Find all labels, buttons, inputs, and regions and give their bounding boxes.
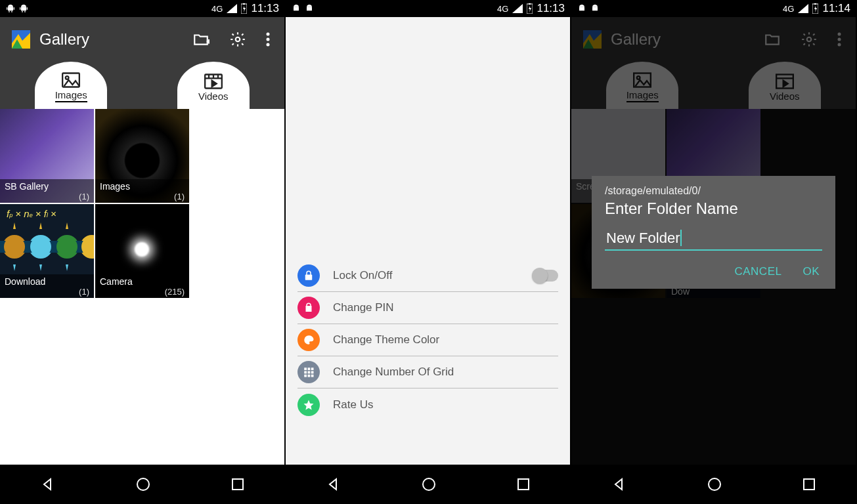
svg-rect-1 [7, 7, 7, 10]
setting-label: Lock On/Off [333, 269, 392, 282]
nav-bar [0, 465, 284, 504]
new-folder-button[interactable] [192, 31, 209, 48]
app-logo-icon [12, 30, 30, 49]
svg-rect-54 [592, 7, 598, 10]
svg-rect-53 [579, 7, 584, 10]
phone-1: 4G 11:13 Gallery Images Videos SB Galler… [0, 0, 286, 504]
status-time: 11:13 [251, 2, 279, 15]
svg-rect-52 [518, 479, 529, 490]
phone-3: 4G 11:14 Gallery Images Videos [571, 0, 857, 504]
status-bar: 4G 11:13 [0, 0, 284, 17]
status-time: 11:14 [822, 2, 850, 15]
setting-rate-us[interactable]: Rate Us [297, 388, 558, 421]
setting-theme-color[interactable]: Change Theme Color [297, 324, 558, 356]
svg-rect-37 [232, 479, 243, 490]
grid-icon [297, 361, 320, 383]
svg-text:fp ×    ne ×   fl  ×: fp × ne × fl × [7, 208, 56, 219]
svg-point-15 [236, 37, 240, 42]
battery-icon [812, 3, 818, 14]
cancel-button[interactable]: CANCEL [734, 265, 781, 278]
folder-name: SB Gallery [5, 181, 49, 192]
tab-images-label: Images [55, 89, 87, 102]
lock-icon [297, 264, 320, 287]
tab-images[interactable]: Images [35, 62, 107, 109]
nav-back-button[interactable] [326, 476, 341, 492]
svg-rect-48 [304, 375, 307, 377]
folder-name: Camera [100, 276, 133, 287]
svg-rect-0 [8, 7, 13, 10]
tab-videos[interactable]: Videos [177, 62, 250, 109]
folder-item[interactable]: fp × ne × fl × Download(1) [0, 204, 94, 298]
svg-rect-6 [20, 7, 20, 10]
setting-label: Change Theme Color [333, 333, 439, 346]
palette-icon [297, 329, 320, 351]
status-bar: 4G 11:14 [571, 0, 856, 17]
ok-button[interactable]: OK [802, 265, 820, 278]
folder-count: (1) [5, 192, 89, 202]
android-icon [590, 3, 600, 14]
folder-item[interactable]: SB Gallery(1) [0, 109, 94, 203]
svg-point-20 [66, 76, 69, 79]
svg-rect-2 [14, 7, 14, 10]
svg-rect-4 [11, 10, 12, 12]
nav-recents-button[interactable] [516, 477, 531, 492]
svg-point-51 [423, 478, 435, 490]
signal-icon [798, 4, 808, 13]
network-label: 4G [497, 4, 508, 14]
setting-change-pin[interactable]: Change PIN [297, 292, 558, 324]
svg-point-36 [137, 478, 149, 490]
lock-switch[interactable] [533, 270, 558, 282]
svg-rect-43 [308, 368, 311, 370]
svg-rect-41 [529, 3, 531, 5]
folder-item[interactable]: Images(1) [95, 109, 189, 203]
android-icon [18, 3, 29, 14]
nav-home-button[interactable] [135, 476, 151, 492]
app-title: Gallery [39, 30, 89, 49]
folder-count: (215) [100, 287, 185, 297]
svg-rect-44 [311, 368, 314, 370]
folder-count: (1) [5, 287, 89, 297]
svg-rect-9 [24, 10, 25, 12]
svg-rect-38 [294, 7, 299, 10]
svg-rect-5 [21, 7, 26, 10]
setting-grid-number[interactable]: Change Number Of Grid [297, 356, 558, 388]
android-icon [291, 3, 301, 14]
star-icon [297, 394, 320, 416]
svg-point-16 [267, 33, 270, 36]
status-bar: 4G 11:13 [286, 0, 570, 17]
nav-back-button[interactable] [40, 476, 56, 492]
signal-icon [227, 4, 237, 13]
folder-count: (1) [100, 192, 185, 202]
svg-rect-47 [311, 371, 314, 374]
svg-rect-49 [308, 375, 311, 377]
settings-list: Lock On/Off Change PIN Change Theme Colo… [286, 17, 570, 465]
nav-home-button[interactable] [421, 476, 437, 492]
folder-name-input[interactable]: New Folder [605, 227, 822, 251]
overflow-menu-button[interactable] [266, 32, 270, 47]
setting-lock[interactable]: Lock On/Off [297, 260, 558, 292]
dialog-title: Enter Folder Name [605, 200, 822, 218]
svg-rect-39 [307, 7, 312, 10]
phone-2: 4G 11:13 Lock On/Off Change PIN Change T… [286, 0, 571, 504]
nav-home-button[interactable] [707, 476, 722, 492]
svg-point-33 [30, 236, 51, 257]
svg-point-17 [267, 38, 270, 41]
battery-icon [241, 3, 247, 14]
svg-point-34 [56, 236, 77, 257]
settings-button[interactable] [229, 31, 246, 48]
nav-bar [571, 465, 856, 504]
nav-back-button[interactable] [611, 476, 627, 492]
setting-label: Change PIN [333, 301, 394, 314]
folder-name: Download [5, 276, 45, 287]
folder-item[interactable]: Camera(215) [95, 204, 189, 298]
svg-rect-50 [311, 375, 314, 377]
nav-recents-button[interactable] [231, 477, 245, 492]
svg-rect-8 [22, 10, 22, 12]
svg-rect-7 [27, 7, 28, 10]
nav-recents-button[interactable] [802, 477, 816, 492]
folder-name: Images [100, 181, 130, 192]
svg-rect-45 [304, 371, 307, 374]
setting-label: Change Number Of Grid [333, 366, 454, 379]
signal-icon [512, 4, 523, 13]
android-icon [304, 3, 315, 14]
